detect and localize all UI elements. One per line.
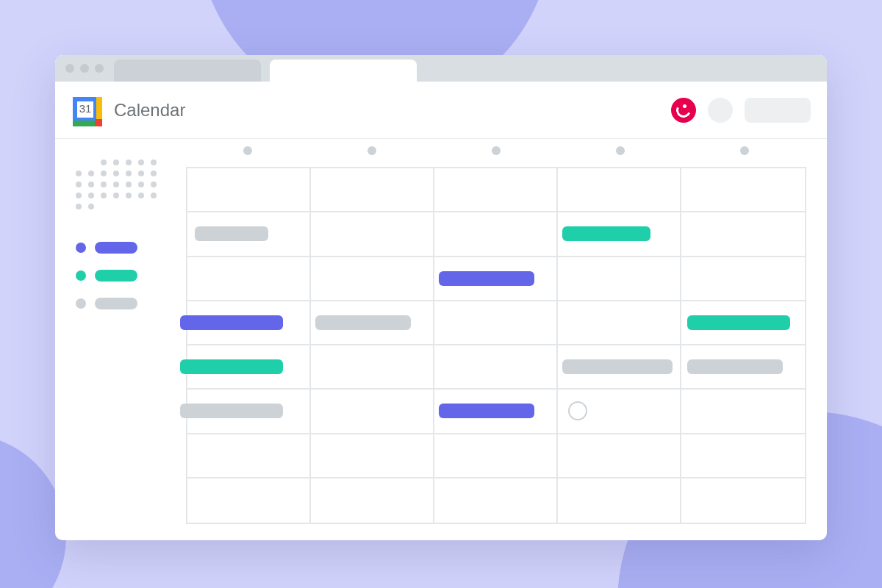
- calendar-event[interactable]: [687, 359, 783, 374]
- day-header-dot: [740, 146, 749, 155]
- calendar-grid[interactable]: [186, 167, 806, 524]
- calendar-cell[interactable]: [434, 434, 558, 478]
- mini-month-placeholder[interactable]: [76, 159, 173, 209]
- calendar-cell[interactable]: [558, 257, 681, 301]
- window-minimize-icon[interactable]: [80, 64, 89, 73]
- calendar-legend-item[interactable]: [76, 242, 173, 254]
- calendar-cell[interactable]: [681, 212, 805, 257]
- app-title: Calendar: [114, 100, 185, 121]
- calendar-cell[interactable]: [311, 434, 434, 478]
- calendar-cell[interactable]: [187, 434, 311, 478]
- calendar-cell[interactable]: [681, 301, 805, 345]
- day-header-dot: [368, 146, 376, 155]
- legend-label-placeholder: [95, 270, 137, 282]
- calendar-cell[interactable]: [558, 345, 681, 390]
- calendar-logo-day: 31: [71, 102, 99, 115]
- window-close-icon[interactable]: [65, 64, 74, 73]
- user-avatar[interactable]: [708, 98, 733, 123]
- calendar-cell[interactable]: [311, 345, 434, 390]
- calendar-cell[interactable]: [311, 257, 434, 301]
- integration-badge-icon[interactable]: [671, 98, 696, 123]
- calendar-cell[interactable]: [558, 168, 681, 212]
- app-toolbar: 31 Calendar: [55, 82, 827, 139]
- calendar-legend-item[interactable]: [76, 270, 173, 282]
- legend-label-placeholder: [95, 242, 137, 254]
- browser-tab-active[interactable]: [270, 60, 417, 82]
- calendar-cell[interactable]: [434, 345, 558, 390]
- legend-dot-icon: [76, 298, 86, 309]
- calendar-event[interactable]: [439, 271, 534, 286]
- calendar-cell[interactable]: [558, 301, 681, 345]
- browser-tab[interactable]: [114, 60, 261, 82]
- legend-label-placeholder: [95, 298, 137, 309]
- calendar-event[interactable]: [439, 404, 534, 418]
- toolbar-button[interactable]: [745, 98, 811, 123]
- calendar-cell[interactable]: [434, 301, 558, 345]
- day-headers: [186, 146, 806, 155]
- day-header-dot: [492, 146, 501, 155]
- calendar-cell[interactable]: [187, 345, 311, 390]
- calendar-cell[interactable]: [558, 212, 681, 257]
- calendar-cell[interactable]: [311, 212, 434, 257]
- sidebar: [55, 139, 186, 540]
- calendar-cell[interactable]: [558, 390, 681, 434]
- calendar-cell[interactable]: [558, 434, 681, 478]
- legend-dot-icon: [76, 243, 86, 253]
- calendar-cell[interactable]: [187, 478, 311, 523]
- calendar-event[interactable]: [180, 359, 283, 374]
- calendar-cell[interactable]: [187, 212, 311, 257]
- window-controls: [55, 55, 114, 82]
- calendar-cell[interactable]: [681, 478, 805, 523]
- calendar-cell[interactable]: [681, 345, 805, 390]
- calendar-cell[interactable]: [681, 434, 805, 478]
- calendar-cell[interactable]: [187, 168, 311, 212]
- calendar-cell[interactable]: [434, 478, 558, 523]
- day-header-dot: [243, 146, 252, 155]
- calendar-logo-icon: 31: [71, 96, 101, 125]
- tab-gap: [261, 60, 270, 82]
- browser-tabbar: [55, 55, 827, 82]
- browser-window: 31 Calendar: [55, 55, 827, 540]
- calendar-event[interactable]: [180, 315, 283, 330]
- calendar-cell[interactable]: [187, 301, 311, 345]
- day-header-dot: [616, 146, 625, 155]
- calendar-cell[interactable]: [311, 478, 434, 523]
- calendar-cell[interactable]: [681, 390, 805, 434]
- calendar-cell[interactable]: [681, 257, 805, 301]
- time-marker-icon: [568, 401, 587, 420]
- calendar-event[interactable]: [562, 226, 650, 241]
- calendar-cell[interactable]: [558, 478, 681, 523]
- calendar-cell[interactable]: [311, 168, 434, 212]
- calendar-cell[interactable]: [434, 168, 558, 212]
- calendar-event[interactable]: [562, 359, 673, 374]
- legend-dot-icon: [76, 270, 86, 281]
- calendar-event[interactable]: [315, 315, 411, 330]
- calendar-cell[interactable]: [681, 168, 805, 212]
- calendar-cell[interactable]: [187, 390, 311, 434]
- calendar-event[interactable]: [180, 404, 283, 418]
- window-zoom-icon[interactable]: [95, 64, 104, 73]
- calendar-cell[interactable]: [311, 390, 434, 434]
- calendar-cell[interactable]: [434, 212, 558, 257]
- calendar-cell[interactable]: [434, 390, 558, 434]
- calendar-cell[interactable]: [311, 301, 434, 345]
- calendar-legend-item[interactable]: [76, 298, 173, 309]
- calendar-cell[interactable]: [434, 257, 558, 301]
- calendar-cell[interactable]: [187, 257, 311, 301]
- calendar-event[interactable]: [195, 226, 268, 241]
- calendar-event[interactable]: [687, 315, 790, 330]
